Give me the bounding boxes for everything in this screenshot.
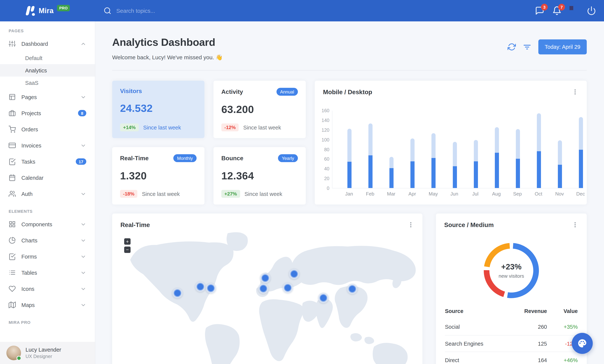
sidebar-item-label: Components xyxy=(21,221,75,227)
sidebar-subitem-saas[interactable]: SaaS xyxy=(0,76,95,89)
donut-center-value: +23% xyxy=(501,262,522,271)
theme-settings-button[interactable] xyxy=(572,333,593,354)
calendar-icon xyxy=(9,174,16,181)
realtime-map-card: Real-Time xyxy=(112,213,422,364)
bar-mobile-segment xyxy=(537,151,541,188)
sidebar-item-tasks[interactable]: Tasks17 xyxy=(0,153,95,170)
table-row-search-engines: Search Engines125-12% xyxy=(445,335,578,351)
brand[interactable]: Mira PRO xyxy=(0,6,95,16)
source-table: SourceRevenueValueSocial260+35%Search En… xyxy=(445,304,578,364)
delta-badge: +14% xyxy=(120,124,138,131)
card-menu-button[interactable] xyxy=(407,221,414,228)
sidebar-item-orders[interactable]: Orders xyxy=(0,121,95,137)
x-axis-label: May xyxy=(429,191,438,197)
zoom-out-button[interactable]: − xyxy=(124,247,131,253)
online-status-dot xyxy=(16,356,21,361)
bar-mobile-segment xyxy=(347,162,352,188)
card-menu-button[interactable] xyxy=(572,221,579,228)
stacked-bar-chart: 020406080100120140160JanFebMarAprMayJunJ… xyxy=(315,111,587,201)
sidebar-item-forms[interactable]: Forms xyxy=(0,248,95,264)
y-axis-tick: 40 xyxy=(315,166,329,172)
sidebar-item-invoices[interactable]: Invoices xyxy=(0,137,95,153)
sidebar-nav: PAGESDashboardDefaultAnalyticsSaaSPagesP… xyxy=(0,21,95,327)
stat-card-bounce: BounceYearly12.364+27%Since last week xyxy=(214,147,306,204)
notifications-button[interactable]: 7 xyxy=(552,6,562,15)
y-axis-tick: 120 xyxy=(315,128,329,133)
x-axis-label: Jul xyxy=(472,191,478,197)
chevron-up-icon xyxy=(80,41,86,47)
sidebar-item-icons[interactable]: Icons xyxy=(0,281,95,297)
bar-mobile-segment xyxy=(432,158,436,188)
page-title: Analytics Dashboard xyxy=(112,36,223,48)
sidebar-item-tables[interactable]: Tables xyxy=(0,264,95,281)
map-marker-7 xyxy=(318,293,329,303)
chevron-down-icon xyxy=(80,142,86,148)
sidebar-subitem-default[interactable]: Default xyxy=(0,52,95,64)
sidebar-item-auth[interactable]: Auth xyxy=(0,186,95,202)
card-menu-button[interactable] xyxy=(572,88,579,95)
layout-icon xyxy=(9,93,16,100)
language-button[interactable] xyxy=(569,6,579,15)
pie-chart-icon xyxy=(9,237,16,244)
sidebar-item-label: Forms xyxy=(21,253,75,260)
sidebar-item-charts[interactable]: Charts xyxy=(0,232,95,248)
source-table-header: SourceRevenueValue xyxy=(445,304,578,319)
bar-mobile-segment xyxy=(368,156,373,188)
bar-mobile-segment xyxy=(516,159,520,188)
user-role: UX Designer xyxy=(25,354,61,359)
notifications-count-badge: 7 xyxy=(558,4,565,11)
messages-button[interactable]: 3 xyxy=(535,6,544,15)
chevron-down-icon xyxy=(80,302,86,308)
world-map: + − xyxy=(115,229,419,364)
map-title: Real-Time xyxy=(120,221,150,228)
column-header: Value xyxy=(547,308,578,314)
sidebar-item-maps[interactable]: Maps xyxy=(0,297,95,313)
sidebar-user[interactable]: Lucy Lavender UX Designer xyxy=(0,342,95,364)
map-marker-1 xyxy=(195,281,206,292)
check-square-icon xyxy=(9,253,16,260)
x-axis-label: Apr xyxy=(408,191,416,197)
period-tag[interactable]: Yearly xyxy=(278,154,298,162)
source-cell: Search Engines xyxy=(445,340,513,347)
refresh-button[interactable] xyxy=(508,43,516,51)
period-tag[interactable]: Monthly xyxy=(173,154,197,162)
top-row: Visitors24.532+14%Since last weekActivit… xyxy=(112,81,587,204)
search-input[interactable] xyxy=(116,8,229,14)
sidebar-item-pages[interactable]: Pages xyxy=(0,89,95,105)
map-marker-2 xyxy=(206,283,216,293)
kebab-icon xyxy=(407,221,414,228)
y-axis-tick: 80 xyxy=(315,147,329,152)
sidebar-item-calendar[interactable]: Calendar xyxy=(0,170,95,186)
x-axis-label: Jan xyxy=(345,191,353,197)
bar-mobile-segment xyxy=(495,152,499,188)
sidebar-subitem-analytics[interactable]: Analytics xyxy=(0,64,95,76)
zoom-in-button[interactable]: + xyxy=(124,238,131,245)
filter-button[interactable] xyxy=(523,43,531,51)
app: Mira PRO 3 7 PAGESDashboardDefaul xyxy=(0,0,604,364)
stat-card-title: Visitors xyxy=(120,88,142,95)
messages-count-badge: 3 xyxy=(541,4,548,11)
source-cell: Social xyxy=(445,324,513,330)
signout-button[interactable] xyxy=(587,6,596,15)
sidebar-item-projects[interactable]: Projects8 xyxy=(0,105,95,121)
sidebar-item-label: Tables xyxy=(21,270,75,276)
bar-mobile-segment xyxy=(579,150,583,188)
chevron-down-icon xyxy=(80,191,86,197)
period-tag[interactable]: Annual xyxy=(276,88,298,96)
sliders-icon xyxy=(9,40,16,47)
world-map-continents xyxy=(115,229,419,364)
source-cell: Direct xyxy=(445,357,513,363)
y-axis-tick: 0 xyxy=(315,186,329,191)
heart-icon xyxy=(9,285,16,292)
sidebar-item-components[interactable]: Components xyxy=(0,216,95,232)
page-header: Analytics Dashboard Welcome back, Lucy! … xyxy=(112,36,587,61)
sidebar-item-label: Tasks xyxy=(21,159,70,164)
date-range-button[interactable]: Today: April 29 xyxy=(538,39,587,54)
header-divider xyxy=(112,70,587,71)
chevron-down-icon xyxy=(80,94,86,100)
revenue-cell: 260 xyxy=(513,324,547,330)
x-axis-label: Nov xyxy=(555,191,564,197)
x-axis-label: Sep xyxy=(513,191,522,197)
sidebar-item-dashboard[interactable]: Dashboard xyxy=(0,36,95,52)
y-axis-tick: 100 xyxy=(315,137,329,142)
